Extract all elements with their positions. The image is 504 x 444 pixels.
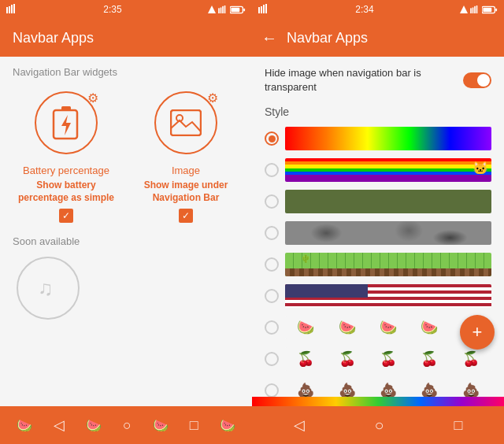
hide-image-text: Hide image when navigation bar is transp… bbox=[265, 66, 463, 94]
svg-rect-10 bbox=[243, 8, 245, 11]
svg-rect-18 bbox=[258, 7, 260, 13]
image-gear-icon[interactable]: ⚙ bbox=[207, 91, 218, 105]
svg-rect-21 bbox=[265, 4, 267, 13]
preview-dark-camo bbox=[285, 221, 491, 245]
hide-image-row: Hide image when navigation bar is transp… bbox=[265, 66, 491, 94]
status-right-right-icons bbox=[460, 6, 498, 14]
radio-dark-camo[interactable] bbox=[265, 226, 279, 240]
status-bar-left: 2:35 bbox=[0, 0, 252, 19]
svg-rect-8 bbox=[224, 6, 226, 13]
style-row-usa[interactable] bbox=[265, 282, 491, 310]
left-panel: 2:35 Navbar Apps Navigation Bar widgets bbox=[0, 0, 252, 444]
svg-rect-6 bbox=[220, 8, 222, 14]
nav-watermelon-2[interactable]: 🍉 bbox=[86, 418, 102, 433]
nav-back-left[interactable]: ◁ bbox=[54, 416, 65, 434]
status-right-icons-left bbox=[208, 6, 246, 14]
svg-rect-24 bbox=[472, 8, 474, 14]
preview-usa bbox=[285, 284, 491, 308]
style-row-rainbow[interactable] bbox=[265, 124, 491, 153]
status-right-left-icons bbox=[258, 4, 269, 15]
svg-rect-28 bbox=[495, 8, 497, 11]
soon-label: Soon available bbox=[13, 235, 239, 247]
battery-icon-wrap: ⚙ bbox=[31, 87, 102, 158]
svg-rect-1 bbox=[9, 6, 10, 13]
nav-watermelon-3[interactable]: 🍉 bbox=[153, 418, 169, 433]
right-wrapper: Hide image when navigation bar is transp… bbox=[252, 57, 504, 397]
nav-widgets-label: Navigation Bar widgets bbox=[13, 66, 239, 78]
radio-cherry[interactable] bbox=[265, 352, 279, 366]
style-row-dark-camo[interactable] bbox=[265, 219, 491, 247]
image-widget[interactable]: ⚙ Image Show image under Navigation Bar … bbox=[132, 87, 239, 223]
preview-cherry: 🍒🍒🍒🍒🍒 bbox=[285, 347, 491, 371]
preview-rainbow bbox=[285, 127, 491, 150]
toolbar-left: Navbar Apps bbox=[0, 19, 252, 57]
color-bar bbox=[252, 397, 504, 406]
nav-watermelon-1[interactable]: 🍉 bbox=[17, 418, 32, 433]
preview-poop: 💩💩💩💩💩 bbox=[285, 379, 491, 397]
fab-add-button[interactable]: + bbox=[460, 315, 495, 350]
radio-camo[interactable] bbox=[265, 194, 279, 209]
image-widget-desc: Show image under Navigation Bar bbox=[132, 179, 239, 204]
soon-circle: ♫ bbox=[17, 257, 80, 320]
battery-check[interactable]: ✓ bbox=[59, 209, 73, 223]
soon-item: ♫ bbox=[13, 257, 83, 320]
radio-nyan[interactable] bbox=[265, 163, 279, 177]
hide-image-toggle[interactable] bbox=[463, 72, 491, 88]
nav-bar-left: 🍉 ◁ 🍉 ○ 🍉 □ 🍉 bbox=[0, 406, 252, 444]
battery-widget[interactable]: ⚙ Battery percentage Show battery percen… bbox=[13, 87, 120, 223]
svg-rect-19 bbox=[261, 6, 262, 13]
nav-home-right[interactable]: ○ bbox=[375, 416, 384, 435]
battery-widget-desc: Show battery percentage as simple bbox=[13, 179, 120, 204]
radio-usa[interactable] bbox=[265, 289, 279, 303]
image-check[interactable]: ✓ bbox=[179, 209, 193, 223]
nav-recent-left[interactable]: □ bbox=[190, 417, 198, 434]
nav-home-left[interactable]: ○ bbox=[123, 417, 132, 434]
svg-rect-25 bbox=[474, 6, 476, 13]
left-content: Navigation Bar widgets ⚙ Battery perce bbox=[0, 57, 252, 406]
preview-pixel: 🌵 bbox=[285, 253, 491, 276]
nav-watermelon-4[interactable]: 🍉 bbox=[220, 418, 235, 433]
style-row-pixel[interactable]: 🌵 bbox=[265, 250, 491, 279]
svg-text:♫: ♫ bbox=[38, 276, 54, 300]
toolbar-right: ← Navbar Apps bbox=[252, 19, 504, 57]
right-panel: 2:34 ← Navbar Apps Hide image when navig… bbox=[252, 0, 504, 444]
back-button[interactable]: ← bbox=[261, 29, 277, 47]
svg-marker-22 bbox=[460, 6, 468, 13]
radio-pixel[interactable] bbox=[265, 257, 279, 272]
battery-gear-icon[interactable]: ⚙ bbox=[87, 91, 98, 105]
svg-rect-3 bbox=[13, 4, 15, 13]
preview-camo bbox=[285, 190, 491, 213]
svg-rect-26 bbox=[476, 6, 478, 13]
radio-watermelon[interactable] bbox=[265, 320, 279, 335]
battery-widget-name: Battery percentage bbox=[23, 165, 109, 176]
style-row-poop[interactable]: 💩💩💩💩💩 bbox=[265, 376, 491, 397]
status-left-icons bbox=[6, 4, 17, 15]
svg-rect-2 bbox=[11, 5, 13, 13]
style-row-camo[interactable] bbox=[265, 187, 491, 216]
style-label: Style bbox=[265, 105, 491, 118]
nav-back-right[interactable]: ◁ bbox=[294, 416, 305, 434]
left-toolbar-title: Navbar Apps bbox=[13, 30, 94, 46]
svg-rect-7 bbox=[222, 6, 224, 13]
style-row-watermelon[interactable]: 🍉🍉🍉🍉🍉 bbox=[265, 313, 491, 342]
nav-recent-right[interactable]: □ bbox=[454, 417, 463, 434]
svg-rect-13 bbox=[61, 106, 71, 111]
style-row-cherry[interactable]: 🍒🍒🍒🍒🍒 bbox=[265, 345, 491, 373]
svg-rect-20 bbox=[263, 5, 265, 13]
svg-rect-11 bbox=[231, 7, 239, 11]
style-row-nyan[interactable]: 🐱 bbox=[265, 156, 491, 184]
preview-nyan: 🐱 bbox=[285, 158, 491, 182]
svg-marker-4 bbox=[208, 6, 216, 13]
right-time: 2:34 bbox=[355, 4, 373, 15]
radio-poop[interactable] bbox=[265, 383, 279, 397]
left-time: 2:35 bbox=[103, 4, 121, 15]
svg-rect-23 bbox=[470, 8, 472, 13]
widgets-row: ⚙ Battery percentage Show battery percen… bbox=[13, 87, 239, 223]
svg-rect-15 bbox=[171, 110, 201, 135]
nav-bar-right: ◁ ○ □ bbox=[252, 406, 504, 444]
right-toolbar-title: Navbar Apps bbox=[287, 30, 368, 46]
status-bar-right: 2:34 bbox=[252, 0, 504, 19]
radio-rainbow[interactable] bbox=[265, 131, 279, 146]
svg-rect-0 bbox=[6, 7, 8, 13]
style-list: 🐱 🌵 bbox=[265, 124, 491, 397]
